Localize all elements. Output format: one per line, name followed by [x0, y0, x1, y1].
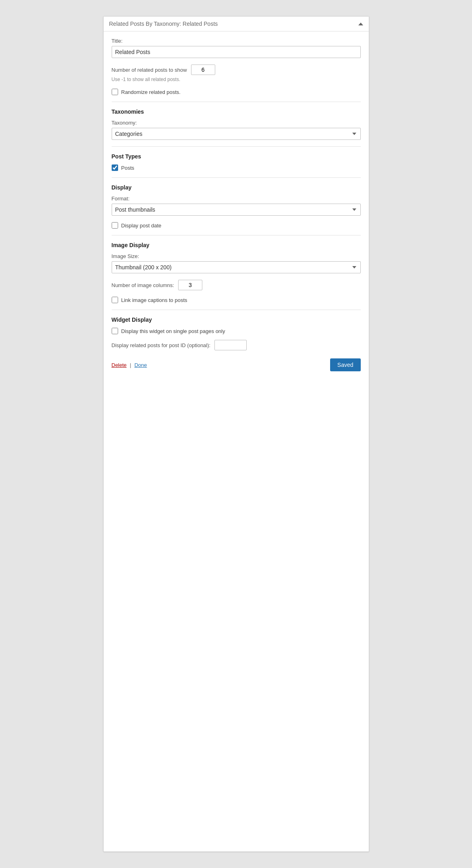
format-select[interactable]: Post thumbnails List Excerpts: [112, 204, 361, 216]
num-posts-field-group: Number of related posts to show Use -1 t…: [112, 65, 361, 82]
footer-actions: Delete | Done Saved: [112, 358, 361, 371]
delete-link[interactable]: Delete: [112, 362, 127, 368]
title-input[interactable]: [112, 46, 361, 58]
saved-button[interactable]: Saved: [330, 358, 361, 371]
single-post-checkbox[interactable]: [112, 328, 118, 334]
num-columns-label: Number of image columns:: [112, 282, 174, 288]
divider-5: [112, 310, 361, 310]
num-columns-field-group: Number of image columns:: [112, 280, 361, 290]
widget-title-bold: Related Posts By Taxonomy:: [109, 21, 181, 27]
widget-display-heading: Widget Display: [112, 316, 361, 323]
divider-1: [112, 102, 361, 102]
image-display-heading: Image Display: [112, 242, 361, 248]
post-id-row: Display related posts for post ID (optio…: [112, 340, 361, 350]
title-field-group: Title:: [112, 38, 361, 58]
num-columns-input[interactable]: [178, 280, 202, 290]
link-captions-row: Link image captions to posts: [112, 297, 361, 303]
num-posts-hint: Use -1 to show all related posts.: [112, 77, 361, 82]
divider-4: [112, 235, 361, 235]
image-size-field-group: Image Size: Thumbnail (200 x 200) Medium…: [112, 253, 361, 273]
taxonomy-select[interactable]: Categories Tags: [112, 128, 361, 140]
link-captions-label[interactable]: Link image captions to posts: [121, 297, 187, 303]
randomize-checkbox[interactable]: [112, 89, 118, 95]
widget-title-light: Related Posts: [183, 21, 218, 27]
footer-links: Delete | Done: [112, 362, 147, 368]
single-post-label[interactable]: Display this widget on single post pages…: [121, 328, 225, 334]
post-id-label: Display related posts for post ID (optio…: [112, 342, 211, 348]
posts-label[interactable]: Posts: [121, 165, 135, 171]
done-link[interactable]: Done: [134, 362, 147, 368]
post-id-input[interactable]: [214, 340, 247, 350]
display-date-label[interactable]: Display post date: [121, 223, 162, 229]
widget-header: Related Posts By Taxonomy: Related Posts: [104, 17, 369, 31]
num-posts-row: Number of related posts to show: [112, 65, 361, 75]
format-label: Format:: [112, 196, 361, 202]
taxonomy-field-group: Taxonomy: Categories Tags: [112, 120, 361, 140]
collapse-icon[interactable]: [358, 23, 363, 25]
single-post-row: Display this widget on single post pages…: [112, 328, 361, 334]
widget-container: Related Posts By Taxonomy: Related Posts…: [103, 16, 369, 852]
widget-title: Related Posts By Taxonomy: Related Posts: [109, 21, 218, 27]
posts-checkbox-row: Posts: [112, 164, 361, 171]
display-date-row: Display post date: [112, 222, 361, 229]
display-date-checkbox[interactable]: [112, 222, 118, 229]
taxonomy-label: Taxonomy:: [112, 120, 361, 126]
widget-body: Title: Number of related posts to show U…: [104, 31, 369, 379]
display-heading: Display: [112, 184, 361, 191]
posts-checkbox[interactable]: [112, 164, 118, 171]
post-types-heading: Post Types: [112, 153, 361, 160]
num-posts-input[interactable]: [191, 65, 215, 75]
image-size-select[interactable]: Thumbnail (200 x 200) Medium (300 x 300)…: [112, 261, 361, 273]
link-captions-checkbox[interactable]: [112, 297, 118, 303]
title-label: Title:: [112, 38, 361, 44]
divider-2: [112, 146, 361, 147]
divider-3: [112, 177, 361, 178]
num-columns-row: Number of image columns:: [112, 280, 361, 290]
num-posts-label: Number of related posts to show: [112, 67, 187, 73]
taxonomies-heading: Taxonomies: [112, 108, 361, 115]
format-field-group: Format: Post thumbnails List Excerpts: [112, 196, 361, 216]
randomize-label[interactable]: Randomize related posts.: [121, 89, 181, 95]
randomize-row: Randomize related posts.: [112, 89, 361, 95]
post-id-field-group: Display related posts for post ID (optio…: [112, 340, 361, 350]
footer-separator: |: [130, 362, 131, 368]
image-size-label: Image Size:: [112, 253, 361, 259]
